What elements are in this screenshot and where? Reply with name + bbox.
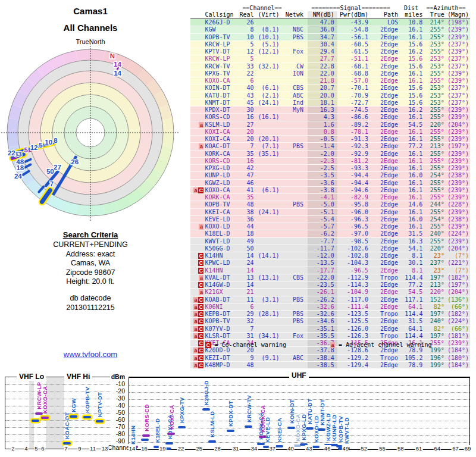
uhf-title: UHF [289,371,309,380]
gridline [5,406,110,406]
vhf-hi-title: VHF Hi [64,373,92,381]
signal-bar [178,426,186,428]
co-channel-badge: C [198,260,204,266]
radar-channel-label: 22 [8,149,15,156]
gridline [5,420,110,421]
dbm-tick-label: -60 [109,416,125,423]
uhf-chart: K14HNKORS-CDK18EL-DKOXI-CAKOXI-CAKPXG-TV… [129,377,470,450]
adjacent-channel-badge: a [199,224,203,230]
table-row: KEVE-LD36-5.4-96.32Edge16.0254°(238°) [190,215,470,223]
bar-label: KPTV-DT [96,392,103,417]
signal-bar [227,430,234,432]
adjacent-channel-badge: a [193,297,198,303]
bar-label: KPDX-DT [227,401,234,427]
table-row: aCK48MP-D48-38.5-129.42Edge78.9199°(184°… [190,361,470,368]
adjacent-channel-badge: a [193,304,198,310]
uhf-channel-tick: 28 [214,445,221,452]
radar-channel-label: 26 [71,158,79,165]
vhf-channel-tick: 13 [101,445,109,452]
table-row: aKOXO-LD44-5.7-96.52Edge16.1255°(239°) [190,223,470,230]
radar-channel-label: 14 [114,61,121,68]
signal-bar [202,408,210,411]
signal-bar [32,420,39,422]
uhf-channel-tick: 43 [305,445,313,452]
adjacent-channel-legend: a = Adjacent channel warning [330,342,432,348]
co-channel-badge: C [198,326,204,332]
adjacent-channel-badge: a [193,362,198,368]
co-channel-badge: C [198,340,204,346]
gridline [5,442,110,442]
table-row: KORK-CA35(35.1)-2.0-92.92Edge16.1255°(23… [190,150,470,157]
uhf-channel-tick: 49 [342,445,350,452]
signal-bar [167,433,175,435]
signal-bar [318,428,325,431]
table-row: aCKEPB-DT29(28.1)PBS-32.6-123.5Tropo114.… [190,310,470,317]
channel-axis-title: Channel [108,444,131,451]
tvfool-link[interactable]: www.tvfool.com [64,350,117,359]
dbm-tick-label: -40 [109,402,125,409]
table-row: K50GG-D50-11.7-102.62Edge54.1220°(204°) [190,245,470,252]
co-channel-badge: C [198,333,204,339]
bar-label: KOXI-CA [168,405,175,430]
signal-bar [142,434,150,437]
search-criteria-title: Search Criteria [1,230,180,239]
page-subtitle: All Channels [1,23,180,33]
adjacent-channel-badge: a [193,355,198,361]
table-row: KOIN-DT40(6.1)CBS20.7-70.12Edge15.6253°(… [190,84,470,91]
table-row: K18EL-D18-6.2-97.02Edge31.5240°(224°) [190,230,470,237]
dbm-tick-label: -70 [109,423,125,430]
page-title: Camas1 [1,6,180,16]
tvfool-link-wrap: www.tvfool.com [1,350,180,359]
bar-label: KKEI-CA [276,418,283,442]
signal-bar [306,427,314,430]
table-row: aCKOAB-DT11(3.1)PBS-26.2-117.02Edge117.1… [190,296,470,303]
table-row: KNMT-DT45(24.1)Ind18.1-72.72Edge15.6253°… [190,99,470,106]
adjacent-channel-badge: a [330,342,335,348]
table-row: aCKLSR-DT31(34.1)Fox-35.5-126.3Tropo114.… [190,332,470,339]
table-row: KGW8(8.1)NBC36.0-54.82Edge16.1255°(239°) [190,26,470,33]
signal-bar [35,412,43,415]
vhf-channel-tick: 5 [34,445,38,452]
co-channel-badge: C [198,362,204,368]
co-channel-text: = Co-channel warning [215,342,286,348]
co-channel-badge: C [198,348,204,353]
table-row: aCK06NI6-32.6-111.42Edge64.182°(66°) [190,303,470,310]
gridline [5,392,110,392]
co-channel-badge: C [198,355,204,361]
bar-label: K26GJ-D [203,380,209,405]
bar-label: KGW [70,398,77,412]
co-channel-legend: C = Co-channel warning [205,342,286,348]
uhf-channel-tick: 46 [324,445,331,452]
vhf-lo-title: VHF Lo [17,373,46,381]
bar-label: KPXG-TV [178,397,185,423]
radar-wedge [7,133,19,147]
table-row: KOXO-CA621.8-57.02Edge16.1255°(239°) [190,77,470,84]
bar-label: KUNP-LD [331,415,337,441]
bar-label: K14HN [130,425,136,445]
uhf-channel-tick: 55 [378,445,386,452]
radar-channel-label: 27 [54,164,61,171]
adjacent-channel-badge: a [193,348,198,353]
table-row: KUNP-LD47-3.5-94.42Edge16.0254°(238°) [190,171,470,179]
adjacent-channel-badge: a [199,289,203,295]
signal-bar [259,436,267,438]
adjacent-channel-badge: a [199,275,203,281]
adjacent-channel-badge: a [193,318,198,324]
adjacent-channel-badge: a [199,122,203,128]
table-row: aCKOPB-TV32PBS-34.6-125.52Edge31.5240°(2… [190,317,470,324]
table-row: CK14HN14-17.7-96.52Edge8.123°(7°) [190,267,470,274]
radar-chart: 2627507481824810512533221414N [0,42,181,223]
signal-bar [208,440,216,443]
table-row: KORK-CA35-4.1-82.92Edge16.1255°(239°) [190,193,470,201]
table-header-columns: CallsignReal(Virt)NetwkNM(dB)Pwr(dBm)Pat… [190,11,470,18]
radar-channel-label: 12 [30,144,38,151]
table-row: KWVT-LD49-7.7-98.52Edge16.3255°(239°) [190,237,470,245]
adjacent-channel-badge: a [193,311,198,317]
table-row: KORS-CD16(16.1)4.3-86.62Edge16.1255°(239… [190,113,470,120]
radar-channel-label: 50 [46,168,54,175]
uhf-channel-tick: 25 [196,445,203,452]
dbm-tick-label: -20 [109,387,125,395]
bar-label: KEVE-LD [264,417,271,442]
radar-wedge [76,204,90,216]
criteria-line: Address: exact [1,250,180,258]
